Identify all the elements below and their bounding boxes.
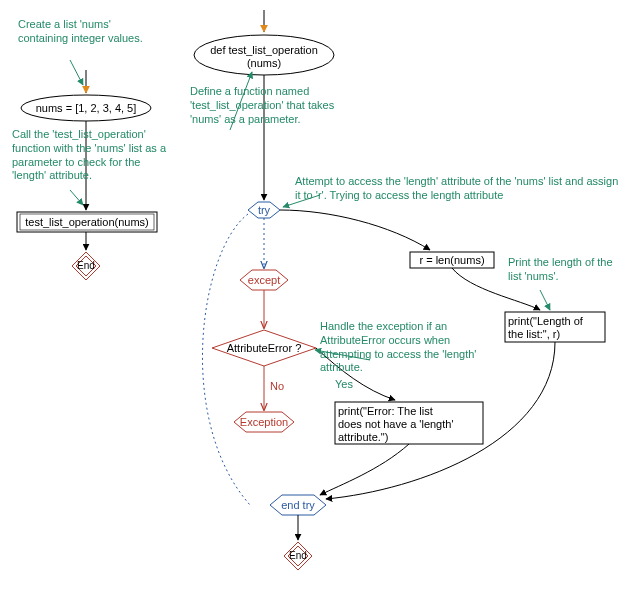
label-except: except	[244, 274, 284, 287]
annot-attr: Handle the exception if an AttributeErro…	[320, 320, 480, 375]
label-printlen: print("Length of the list:", r)	[508, 315, 602, 341]
svg-line-6	[70, 190, 83, 205]
annot-create: Create a list 'nums' containing integer …	[18, 18, 148, 46]
label-attrq: AttributeError ?	[218, 342, 310, 355]
label-rlen: r = len(nums)	[412, 254, 492, 267]
label-call: test_list_operation(nums)	[20, 216, 154, 229]
label-end-left: End	[72, 260, 100, 272]
label-end-right: End	[284, 550, 312, 562]
label-printerr: print("Error: The list does not have a '…	[338, 405, 480, 445]
label-try: try	[250, 204, 278, 217]
label-no: No	[270, 380, 284, 392]
annot-funcdef: Define a function named 'test_list_opera…	[190, 85, 340, 126]
label-yes: Yes	[335, 378, 353, 390]
label-endtry: end try	[277, 499, 319, 512]
annot-try: Attempt to access the 'length' attribute…	[295, 175, 620, 203]
svg-line-5	[70, 60, 83, 85]
annot-printlen: Print the length of the list 'nums'.	[508, 256, 618, 284]
label-exception: Exception	[238, 416, 290, 429]
label-funcdef: def test_list_operation (nums)	[200, 44, 328, 70]
svg-line-13	[540, 290, 550, 310]
label-nums: nums = [1, 2, 3, 4, 5]	[30, 102, 142, 115]
annot-call: Call the 'test_list_operation' function …	[12, 128, 172, 183]
